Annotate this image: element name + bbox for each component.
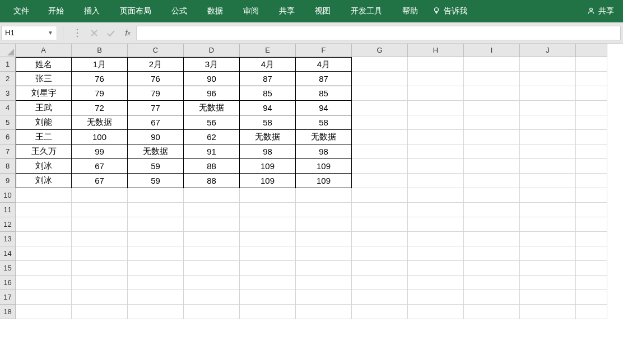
cell-I3[interactable] [464, 86, 520, 101]
cell-extra-2[interactable] [576, 72, 607, 86]
cell-A12[interactable] [16, 217, 72, 232]
cell-A1[interactable]: 姓名 [16, 57, 72, 72]
cell-H16[interactable] [408, 276, 464, 290]
cell-B10[interactable] [72, 188, 128, 203]
cell-J7[interactable] [520, 144, 576, 159]
col-header-F[interactable]: F [296, 44, 352, 57]
cell-F6[interactable]: 无数据 [296, 130, 352, 144]
cell-A3[interactable]: 刘星宇 [16, 86, 72, 101]
cell-A5[interactable]: 刘能 [16, 115, 72, 130]
cell-D12[interactable] [184, 217, 240, 232]
cell-E3[interactable]: 85 [240, 86, 296, 101]
cell-H4[interactable] [408, 101, 464, 115]
cancel-icon[interactable] [86, 26, 103, 40]
cell-A8[interactable]: 刘冰 [16, 159, 72, 174]
cell-E15[interactable] [240, 261, 296, 276]
cell-B6[interactable]: 100 [72, 130, 128, 144]
cell-extra-10[interactable] [576, 188, 607, 203]
cell-F2[interactable]: 87 [296, 72, 352, 86]
cell-D14[interactable] [184, 246, 240, 261]
cell-G8[interactable] [352, 159, 408, 174]
cell-extra-15[interactable] [576, 261, 607, 276]
cell-I10[interactable] [464, 188, 520, 203]
cell-F5[interactable]: 58 [296, 115, 352, 130]
cell-A4[interactable]: 王武 [16, 101, 72, 115]
cell-F3[interactable]: 85 [296, 86, 352, 101]
row-header-2[interactable]: 2 [0, 72, 16, 86]
cell-J14[interactable] [520, 246, 576, 261]
cell-A11[interactable] [16, 203, 72, 217]
col-header-A[interactable]: A [16, 44, 72, 57]
cell-D8[interactable]: 88 [184, 159, 240, 174]
cell-extra-5[interactable] [576, 115, 607, 130]
cell-J16[interactable] [520, 276, 576, 290]
cell-A18[interactable] [16, 305, 72, 319]
cell-A13[interactable] [16, 232, 72, 246]
cell-C6[interactable]: 90 [128, 130, 184, 144]
row-header-12[interactable]: 12 [0, 217, 16, 232]
cell-F15[interactable] [296, 261, 352, 276]
cell-J11[interactable] [520, 203, 576, 217]
cell-G13[interactable] [352, 232, 408, 246]
cell-extra-9[interactable] [576, 174, 607, 188]
cell-C10[interactable] [128, 188, 184, 203]
cell-A17[interactable] [16, 290, 72, 305]
ribbon-tab-pagelayout[interactable]: 页面布局 [110, 0, 161, 22]
row-header-14[interactable]: 14 [0, 246, 16, 261]
cell-H15[interactable] [408, 261, 464, 276]
ribbon-tab-data[interactable]: 数据 [197, 0, 233, 22]
cell-C7[interactable]: 无数据 [128, 144, 184, 159]
cell-G4[interactable] [352, 101, 408, 115]
cell-J9[interactable] [520, 174, 576, 188]
cell-E13[interactable] [240, 232, 296, 246]
cell-extra-7[interactable] [576, 144, 607, 159]
cell-H7[interactable] [408, 144, 464, 159]
cell-D5[interactable]: 56 [184, 115, 240, 130]
cell-G17[interactable] [352, 290, 408, 305]
cell-E5[interactable]: 58 [240, 115, 296, 130]
cell-E10[interactable] [240, 188, 296, 203]
cell-B1[interactable]: 1月 [72, 57, 128, 72]
cell-extra-17[interactable] [576, 290, 607, 305]
cell-D2[interactable]: 90 [184, 72, 240, 86]
cell-A7[interactable]: 王久万 [16, 144, 72, 159]
cell-C1[interactable]: 2月 [128, 57, 184, 72]
cell-J17[interactable] [520, 290, 576, 305]
cell-J3[interactable] [520, 86, 576, 101]
col-header-G[interactable]: G [352, 44, 408, 57]
cell-F1[interactable]: 4月 [296, 57, 352, 72]
cell-C5[interactable]: 67 [128, 115, 184, 130]
cell-E18[interactable] [240, 305, 296, 319]
cell-C11[interactable] [128, 203, 184, 217]
row-header-17[interactable]: 17 [0, 290, 16, 305]
cell-J6[interactable] [520, 130, 576, 144]
row-header-15[interactable]: 15 [0, 261, 16, 276]
cell-I18[interactable] [464, 305, 520, 319]
cell-H12[interactable] [408, 217, 464, 232]
cell-E6[interactable]: 无数据 [240, 130, 296, 144]
cell-F14[interactable] [296, 246, 352, 261]
cell-extra-18[interactable] [576, 305, 607, 319]
cell-B4[interactable]: 72 [72, 101, 128, 115]
fx-icon[interactable]: fx [119, 26, 136, 40]
cell-D7[interactable]: 91 [184, 144, 240, 159]
cell-J13[interactable] [520, 232, 576, 246]
cell-E7[interactable]: 98 [240, 144, 296, 159]
cell-B2[interactable]: 76 [72, 72, 128, 86]
cell-G14[interactable] [352, 246, 408, 261]
cell-A9[interactable]: 刘冰 [16, 174, 72, 188]
cell-I11[interactable] [464, 203, 520, 217]
formula-input[interactable] [136, 26, 621, 40]
cell-H11[interactable] [408, 203, 464, 217]
cell-A16[interactable] [16, 276, 72, 290]
cell-A2[interactable]: 张三 [16, 72, 72, 86]
cell-H2[interactable] [408, 72, 464, 86]
cell-B14[interactable] [72, 246, 128, 261]
cell-J12[interactable] [520, 217, 576, 232]
cell-B15[interactable] [72, 261, 128, 276]
ribbon-tab-share[interactable]: 共享 [269, 0, 305, 22]
cell-A15[interactable] [16, 261, 72, 276]
cell-extra-12[interactable] [576, 217, 607, 232]
cell-B7[interactable]: 99 [72, 144, 128, 159]
cell-extra-11[interactable] [576, 203, 607, 217]
